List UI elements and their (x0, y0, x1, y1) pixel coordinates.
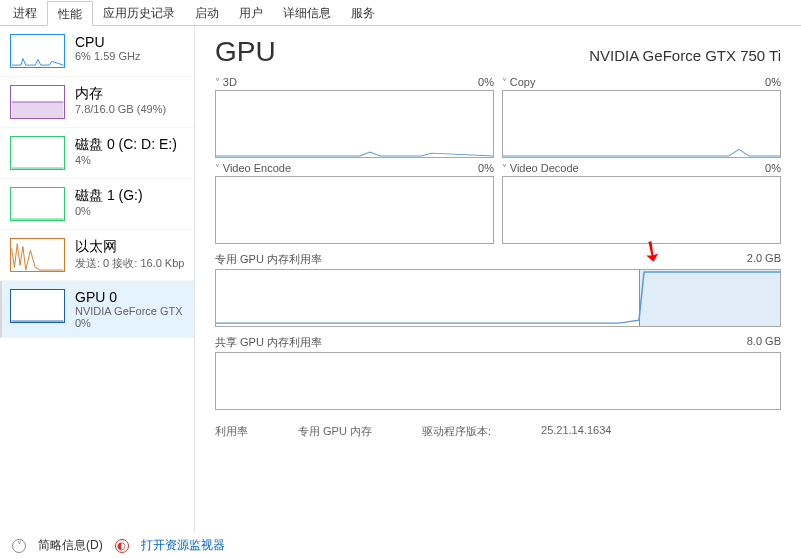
chevron-down-icon[interactable]: ˅ (12, 539, 26, 553)
chart-value: 0% (478, 162, 494, 174)
thumb-eth (10, 238, 65, 272)
tab-1[interactable]: 性能 (47, 1, 93, 26)
tab-4[interactable]: 用户 (229, 1, 273, 26)
sidebar-title: 以太网 (75, 238, 184, 256)
open-resource-monitor-link[interactable]: 打开资源监视器 (141, 537, 225, 554)
sidebar-item-cpu-0[interactable]: CPU 6% 1.59 GHz (0, 26, 194, 77)
sidebar-item-disk-2[interactable]: 磁盘 0 (C: D: E:) 4% (0, 128, 194, 179)
thumb-disk (10, 187, 65, 221)
brief-info-link[interactable]: 简略信息(D) (38, 537, 103, 554)
chart-canvas (215, 269, 781, 327)
thumb-cpu (10, 34, 65, 68)
tab-3[interactable]: 启动 (185, 1, 229, 26)
stat-label: 25.21.14.1634 (541, 424, 611, 439)
sidebar-sub: 发送: 0 接收: 16.0 Kbps (75, 256, 184, 271)
main-area: CPU 6% 1.59 GHz 内存 7.8/16.0 GB (49%) 磁盘 … (0, 26, 801, 532)
thumb-disk (10, 136, 65, 170)
sidebar-sub: 7.8/16.0 GB (49%) (75, 103, 184, 115)
sidebar-sub: 6% 1.59 GHz (75, 50, 184, 62)
sidebar-item-gpu-5[interactable]: GPU 0 NVIDIA GeForce GTX …0% (0, 281, 194, 338)
sidebar-title: 内存 (75, 85, 184, 103)
sidebar-item-disk-3[interactable]: 磁盘 1 (G:) 0% (0, 179, 194, 230)
sidebar-title: 磁盘 1 (G:) (75, 187, 184, 205)
sidebar-title: 磁盘 0 (C: D: E:) (75, 136, 184, 154)
svg-rect-0 (12, 102, 64, 118)
chart-canvas (502, 176, 781, 244)
chart-canvas (502, 90, 781, 158)
stat-label: 专用 GPU 内存 (298, 424, 372, 439)
tab-6[interactable]: 服务 (341, 1, 385, 26)
small-charts-grid: 3D0% Copy0% Video Encode0% Video Decode0… (215, 76, 781, 244)
chart-canvas (215, 352, 781, 410)
chart-label: 专用 GPU 内存利用率 (215, 252, 322, 267)
wide-chart-1: 共享 GPU 内存利用率8.0 GB (215, 335, 781, 410)
sidebar-item-eth-4[interactable]: 以太网 发送: 0 接收: 16.0 Kbps (0, 230, 194, 281)
stats-row: 利用率专用 GPU 内存驱动程序版本:25.21.14.1634 (215, 424, 781, 439)
sidebar-item-mem-1[interactable]: 内存 7.8/16.0 GB (49%) (0, 77, 194, 128)
chart-label[interactable]: Video Decode (502, 162, 579, 174)
sidebar-sub: 4% (75, 154, 184, 166)
chart-canvas (215, 176, 494, 244)
chart-copy: Copy0% (502, 76, 781, 158)
bottom-bar: ˅ 简略信息(D) ◐ 打开资源监视器 (0, 532, 801, 559)
chart-label[interactable]: Video Encode (215, 162, 291, 174)
chart-max: 8.0 GB (747, 335, 781, 350)
tab-2[interactable]: 应用历史记录 (93, 1, 185, 26)
chart-label[interactable]: Copy (502, 76, 535, 88)
tab-0[interactable]: 进程 (3, 1, 47, 26)
chart-video-decode: Video Decode0% (502, 162, 781, 244)
chart-value: 0% (765, 76, 781, 88)
chart-video-encode: Video Encode0% (215, 162, 494, 244)
sidebar: CPU 6% 1.59 GHz 内存 7.8/16.0 GB (49%) 磁盘 … (0, 26, 195, 532)
chart-canvas (215, 90, 494, 158)
wide-charts: ➘ 专用 GPU 内存利用率2.0 GB 共享 GPU 内存利用率8.0 GB (215, 252, 781, 410)
chart-max: 2.0 GB (747, 252, 781, 267)
sidebar-sub: 0% (75, 205, 184, 217)
page-title: GPU (215, 36, 276, 68)
chart-3d: 3D0% (215, 76, 494, 158)
stat-label: 驱动程序版本: (422, 424, 491, 439)
monitor-icon[interactable]: ◐ (115, 539, 129, 553)
chart-label[interactable]: 3D (215, 76, 237, 88)
chart-label: 共享 GPU 内存利用率 (215, 335, 322, 350)
thumb-gpu (10, 289, 65, 323)
thumb-mem (10, 85, 65, 119)
content-panel: GPU NVIDIA GeForce GTX 750 Ti 3D0% Copy0… (195, 26, 801, 532)
stat-label: 利用率 (215, 424, 248, 439)
tab-5[interactable]: 详细信息 (273, 1, 341, 26)
tab-bar: 进程性能应用历史记录启动用户详细信息服务 (0, 0, 801, 26)
sidebar-title: CPU (75, 34, 184, 50)
device-name: NVIDIA GeForce GTX 750 Ti (589, 47, 781, 64)
chart-value: 0% (478, 76, 494, 88)
chart-value: 0% (765, 162, 781, 174)
sidebar-sub: NVIDIA GeForce GTX …0% (75, 305, 184, 329)
sidebar-title: GPU 0 (75, 289, 184, 305)
wide-chart-0: 专用 GPU 内存利用率2.0 GB (215, 252, 781, 327)
